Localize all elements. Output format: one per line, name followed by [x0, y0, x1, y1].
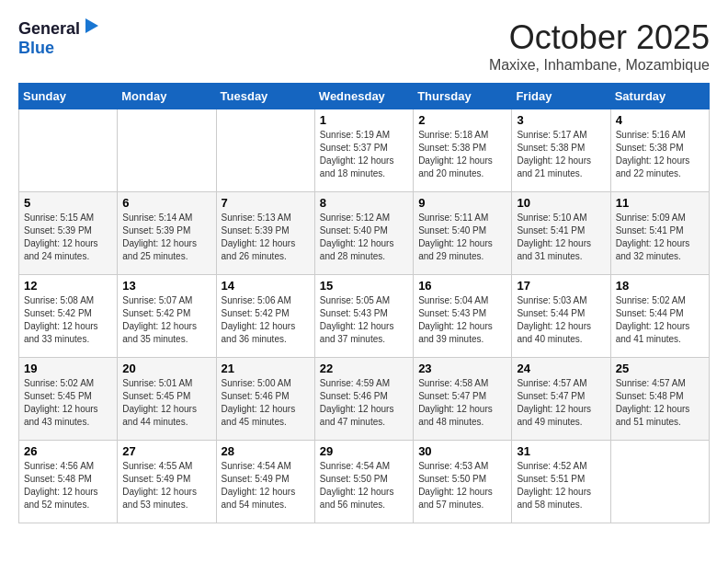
- calendar-cell: 8Sunrise: 5:12 AMSunset: 5:40 PMDaylight…: [314, 192, 413, 275]
- calendar-cell: [216, 109, 314, 192]
- day-info: Sunrise: 4:54 AMSunset: 5:50 PMDaylight:…: [320, 460, 408, 511]
- calendar-cell: 30Sunrise: 4:53 AMSunset: 5:50 PMDayligh…: [414, 441, 512, 523]
- calendar-cell: 5Sunrise: 5:15 AMSunset: 5:39 PMDaylight…: [19, 192, 118, 275]
- day-number: 7: [222, 196, 310, 210]
- logo-general-text: General: [18, 19, 80, 39]
- calendar-cell: 14Sunrise: 5:06 AMSunset: 5:42 PMDayligh…: [216, 275, 314, 358]
- calendar-cell: 10Sunrise: 5:10 AMSunset: 5:41 PMDayligh…: [512, 192, 610, 275]
- calendar-cell: 27Sunrise: 4:55 AMSunset: 5:49 PMDayligh…: [118, 441, 216, 523]
- weekday-header-wednesday: Wednesday: [314, 84, 413, 109]
- day-info: Sunrise: 5:00 AMSunset: 5:46 PMDaylight:…: [222, 377, 310, 429]
- day-number: 18: [616, 279, 704, 293]
- calendar-cell: 21Sunrise: 5:00 AMSunset: 5:46 PMDayligh…: [216, 358, 314, 441]
- day-info: Sunrise: 5:04 AMSunset: 5:43 PMDaylight:…: [418, 294, 506, 346]
- day-info: Sunrise: 5:02 AMSunset: 5:44 PMDaylight:…: [616, 294, 704, 346]
- day-info: Sunrise: 4:53 AMSunset: 5:50 PMDaylight:…: [418, 460, 506, 511]
- calendar-cell: 15Sunrise: 5:05 AMSunset: 5:43 PMDayligh…: [314, 275, 413, 358]
- location-title: Maxixe, Inhambane, Mozambique: [489, 57, 710, 74]
- day-info: Sunrise: 4:57 AMSunset: 5:47 PMDaylight:…: [517, 377, 605, 429]
- calendar-cell: 18Sunrise: 5:02 AMSunset: 5:44 PMDayligh…: [610, 275, 709, 358]
- day-number: 13: [122, 279, 210, 293]
- day-info: Sunrise: 5:07 AMSunset: 5:42 PMDaylight:…: [122, 294, 210, 346]
- day-info: Sunrise: 4:56 AMSunset: 5:48 PMDaylight:…: [24, 460, 112, 511]
- day-number: 2: [418, 113, 506, 127]
- calendar-cell: 17Sunrise: 5:03 AMSunset: 5:44 PMDayligh…: [512, 275, 610, 358]
- day-info: Sunrise: 5:11 AMSunset: 5:40 PMDaylight:…: [418, 212, 506, 263]
- day-number: 30: [418, 444, 506, 458]
- calendar-cell: 24Sunrise: 4:57 AMSunset: 5:47 PMDayligh…: [512, 358, 610, 441]
- day-number: 24: [517, 362, 605, 375]
- day-number: 21: [222, 362, 310, 375]
- day-info: Sunrise: 5:08 AMSunset: 5:42 PMDaylight:…: [24, 294, 112, 346]
- day-number: 19: [24, 362, 112, 375]
- day-info: Sunrise: 5:06 AMSunset: 5:42 PMDaylight:…: [222, 294, 310, 346]
- week-row-4: 19Sunrise: 5:02 AMSunset: 5:45 PMDayligh…: [19, 358, 710, 441]
- day-number: 15: [320, 279, 408, 293]
- calendar-cell: 7Sunrise: 5:13 AMSunset: 5:39 PMDaylight…: [216, 192, 314, 275]
- day-number: 4: [616, 113, 704, 127]
- day-number: 5: [24, 196, 112, 210]
- day-number: 11: [616, 196, 704, 210]
- day-number: 17: [517, 279, 605, 293]
- day-number: 25: [616, 362, 704, 375]
- title-section: October 2025 Maxixe, Inhambane, Mozambiq…: [489, 18, 710, 74]
- day-number: 29: [320, 444, 408, 458]
- calendar-cell: 28Sunrise: 4:54 AMSunset: 5:49 PMDayligh…: [216, 441, 314, 523]
- calendar-cell: 19Sunrise: 5:02 AMSunset: 5:45 PMDayligh…: [19, 358, 118, 441]
- calendar-cell: 29Sunrise: 4:54 AMSunset: 5:50 PMDayligh…: [314, 441, 413, 523]
- calendar-cell: 2Sunrise: 5:18 AMSunset: 5:38 PMDaylight…: [414, 109, 512, 192]
- logo-arrow-icon: [82, 18, 98, 35]
- day-info: Sunrise: 5:12 AMSunset: 5:40 PMDaylight:…: [320, 212, 408, 263]
- calendar-cell: 3Sunrise: 5:17 AMSunset: 5:38 PMDaylight…: [512, 109, 610, 192]
- weekday-header-thursday: Thursday: [414, 84, 512, 109]
- calendar-cell: 6Sunrise: 5:14 AMSunset: 5:39 PMDaylight…: [118, 192, 216, 275]
- day-number: 9: [418, 196, 506, 210]
- day-info: Sunrise: 5:18 AMSunset: 5:38 PMDaylight:…: [418, 129, 506, 180]
- day-info: Sunrise: 5:16 AMSunset: 5:38 PMDaylight:…: [616, 129, 704, 180]
- day-number: 22: [320, 362, 408, 375]
- svg-marker-0: [85, 18, 98, 33]
- calendar-cell: 20Sunrise: 5:01 AMSunset: 5:45 PMDayligh…: [118, 358, 216, 441]
- weekday-header-row: SundayMondayTuesdayWednesdayThursdayFrid…: [19, 84, 710, 109]
- day-info: Sunrise: 5:09 AMSunset: 5:41 PMDaylight:…: [616, 212, 704, 263]
- day-info: Sunrise: 4:58 AMSunset: 5:47 PMDaylight:…: [418, 377, 506, 429]
- day-number: 10: [517, 196, 605, 210]
- day-info: Sunrise: 4:57 AMSunset: 5:48 PMDaylight:…: [616, 377, 704, 429]
- calendar-cell: [118, 109, 216, 192]
- weekday-header-tuesday: Tuesday: [216, 84, 314, 109]
- calendar-cell: 11Sunrise: 5:09 AMSunset: 5:41 PMDayligh…: [610, 192, 709, 275]
- day-info: Sunrise: 5:02 AMSunset: 5:45 PMDaylight:…: [24, 377, 112, 429]
- weekday-header-sunday: Sunday: [19, 84, 118, 109]
- calendar-cell: 22Sunrise: 4:59 AMSunset: 5:46 PMDayligh…: [314, 358, 413, 441]
- calendar-cell: 9Sunrise: 5:11 AMSunset: 5:40 PMDaylight…: [414, 192, 512, 275]
- day-number: 6: [122, 196, 210, 210]
- day-info: Sunrise: 4:59 AMSunset: 5:46 PMDaylight:…: [320, 377, 408, 429]
- day-number: 12: [24, 279, 112, 293]
- logo-blue-text: Blue: [18, 39, 54, 57]
- day-number: 16: [418, 279, 506, 293]
- logo: General Blue: [18, 18, 98, 58]
- calendar-cell: 23Sunrise: 4:58 AMSunset: 5:47 PMDayligh…: [414, 358, 512, 441]
- day-number: 31: [517, 444, 605, 458]
- month-title: October 2025: [489, 18, 710, 57]
- day-info: Sunrise: 5:13 AMSunset: 5:39 PMDaylight:…: [222, 212, 310, 263]
- day-info: Sunrise: 5:19 AMSunset: 5:37 PMDaylight:…: [320, 129, 408, 180]
- day-info: Sunrise: 4:54 AMSunset: 5:49 PMDaylight:…: [222, 460, 310, 511]
- calendar-cell: 13Sunrise: 5:07 AMSunset: 5:42 PMDayligh…: [118, 275, 216, 358]
- calendar-cell: 25Sunrise: 4:57 AMSunset: 5:48 PMDayligh…: [610, 358, 709, 441]
- week-row-2: 5Sunrise: 5:15 AMSunset: 5:39 PMDaylight…: [19, 192, 710, 275]
- calendar-cell: 12Sunrise: 5:08 AMSunset: 5:42 PMDayligh…: [19, 275, 118, 358]
- day-info: Sunrise: 5:17 AMSunset: 5:38 PMDaylight:…: [517, 129, 605, 180]
- day-info: Sunrise: 5:05 AMSunset: 5:43 PMDaylight:…: [320, 294, 408, 346]
- day-info: Sunrise: 5:10 AMSunset: 5:41 PMDaylight:…: [517, 212, 605, 263]
- calendar-cell: 1Sunrise: 5:19 AMSunset: 5:37 PMDaylight…: [314, 109, 413, 192]
- day-number: 26: [24, 444, 112, 458]
- weekday-header-friday: Friday: [512, 84, 610, 109]
- weekday-header-monday: Monday: [118, 84, 216, 109]
- day-number: 28: [222, 444, 310, 458]
- day-info: Sunrise: 5:15 AMSunset: 5:39 PMDaylight:…: [24, 212, 112, 263]
- week-row-1: 1Sunrise: 5:19 AMSunset: 5:37 PMDaylight…: [19, 109, 710, 192]
- day-info: Sunrise: 5:14 AMSunset: 5:39 PMDaylight:…: [122, 212, 210, 263]
- day-info: Sunrise: 5:01 AMSunset: 5:45 PMDaylight:…: [122, 377, 210, 429]
- day-info: Sunrise: 4:55 AMSunset: 5:49 PMDaylight:…: [122, 460, 210, 511]
